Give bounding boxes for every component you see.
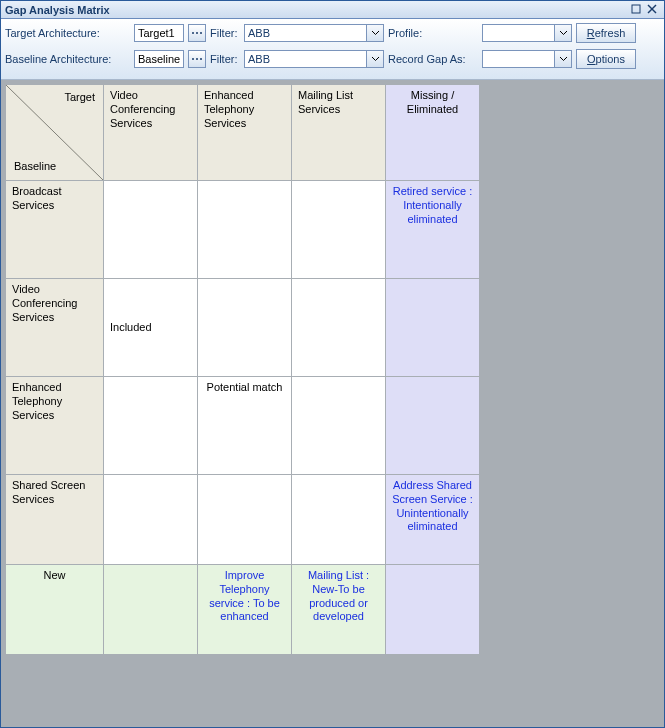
target-input[interactable] bbox=[134, 24, 184, 42]
cell[interactable] bbox=[198, 181, 292, 279]
refresh-label: efresh bbox=[595, 27, 626, 39]
baseline-browse-button[interactable] bbox=[188, 50, 206, 68]
cell[interactable] bbox=[104, 377, 198, 475]
chevron-down-icon bbox=[554, 51, 571, 67]
svg-point-7 bbox=[196, 58, 198, 60]
chevron-down-icon bbox=[554, 25, 571, 41]
filter2-label: Filter: bbox=[210, 53, 240, 65]
col-header: Enhanced Telephony Services bbox=[198, 85, 292, 181]
corner-header: Target Baseline bbox=[6, 85, 104, 181]
gap-matrix-table: Target Baseline Video Conferencing Servi… bbox=[5, 84, 480, 655]
baseline-label: Baseline Architecture: bbox=[5, 53, 130, 65]
toolbar: Target Architecture: Filter: ABB Profile… bbox=[1, 19, 664, 80]
window-title: Gap Analysis Matrix bbox=[5, 4, 628, 16]
record-label: Record Gap As: bbox=[388, 53, 478, 65]
cell[interactable]: Address Shared Screen Service : Unintent… bbox=[386, 475, 480, 565]
col-header: Mailing List Services bbox=[292, 85, 386, 181]
cell[interactable]: Improve Telephony service : To be enhanc… bbox=[198, 565, 292, 655]
row-header: Shared Screen Services bbox=[6, 475, 104, 565]
col-header: Video Conferencing Services bbox=[104, 85, 198, 181]
svg-point-3 bbox=[192, 32, 194, 34]
svg-point-4 bbox=[196, 32, 198, 34]
cell[interactable] bbox=[104, 181, 198, 279]
cell[interactable] bbox=[198, 279, 292, 377]
row-header: Enhanced Telephony Services bbox=[6, 377, 104, 475]
filter1-combo[interactable]: ABB bbox=[244, 24, 384, 42]
profile-combo[interactable] bbox=[482, 24, 572, 42]
cell[interactable]: Included bbox=[104, 279, 198, 377]
svg-point-8 bbox=[200, 58, 202, 60]
svg-rect-0 bbox=[632, 5, 640, 13]
chevron-down-icon bbox=[366, 51, 383, 67]
chevron-down-icon bbox=[366, 25, 383, 41]
cell[interactable] bbox=[292, 475, 386, 565]
cell[interactable]: Mailing List : New-To be produced or dev… bbox=[292, 565, 386, 655]
svg-point-6 bbox=[192, 58, 194, 60]
cell[interactable] bbox=[104, 565, 198, 655]
target-label: Target Architecture: bbox=[5, 27, 130, 39]
filter2-combo[interactable]: ABB bbox=[244, 50, 384, 68]
cell[interactable] bbox=[292, 279, 386, 377]
profile-label: Profile: bbox=[388, 27, 478, 39]
cell[interactable] bbox=[292, 377, 386, 475]
filter1-value: ABB bbox=[248, 27, 366, 39]
record-combo[interactable] bbox=[482, 50, 572, 68]
baseline-input[interactable] bbox=[134, 50, 184, 68]
filter1-label: Filter: bbox=[210, 27, 240, 39]
cell[interactable] bbox=[198, 475, 292, 565]
cell[interactable]: Retired service : Intentionally eliminat… bbox=[386, 181, 480, 279]
matrix-area: Target Baseline Video Conferencing Servi… bbox=[1, 80, 664, 727]
cell[interactable] bbox=[386, 565, 480, 655]
row-header: Broadcast Services bbox=[6, 181, 104, 279]
target-browse-button[interactable] bbox=[188, 24, 206, 42]
cell[interactable] bbox=[386, 377, 480, 475]
svg-point-5 bbox=[200, 32, 202, 34]
row-header-new: New bbox=[6, 565, 104, 655]
options-button[interactable]: Options bbox=[576, 49, 636, 69]
close-icon[interactable] bbox=[644, 4, 660, 16]
corner-baseline: Baseline bbox=[14, 160, 56, 174]
corner-target: Target bbox=[64, 91, 95, 105]
cell[interactable] bbox=[292, 181, 386, 279]
col-header-missing: Missing / Eliminated bbox=[386, 85, 480, 181]
filter2-value: ABB bbox=[248, 53, 366, 65]
cell[interactable] bbox=[104, 475, 198, 565]
row-header: Video Conferencing Services bbox=[6, 279, 104, 377]
title-bar: Gap Analysis Matrix bbox=[1, 1, 664, 19]
cell[interactable] bbox=[386, 279, 480, 377]
refresh-button[interactable]: Refresh bbox=[576, 23, 636, 43]
cell[interactable]: Potential match bbox=[198, 377, 292, 475]
options-label: ptions bbox=[596, 53, 625, 65]
maximize-icon[interactable] bbox=[628, 4, 644, 16]
